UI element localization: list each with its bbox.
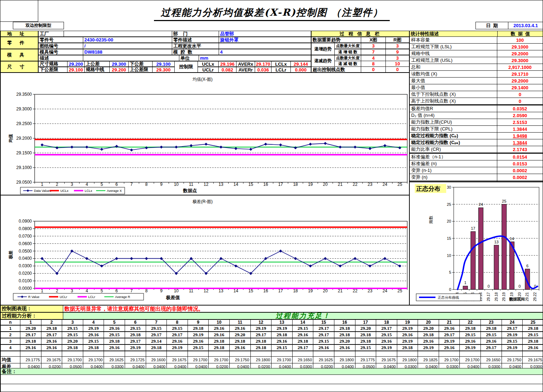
dec-maxlen-x: 4 <box>361 55 386 61</box>
table-cell <box>83 351 104 356</box>
table-cell: 29.15 <box>104 332 125 338</box>
svg-text:14: 14 <box>234 182 239 187</box>
stat-row: 标准偏差（n-1）0.0154 <box>410 153 543 160</box>
svg-text:0: 0 <box>519 284 521 288</box>
svg-text:21: 21 <box>338 182 343 187</box>
remark-row-1[interactable] <box>0 374 543 384</box>
table-cell <box>125 351 146 356</box>
stat-label: 能力指数下限 (CPL) <box>410 126 497 132</box>
inc-maxlen-x: 3 <box>361 43 386 49</box>
dim-spec-value[interactable]: 29.200 <box>67 61 85 67</box>
table-cell: 29.16 <box>523 344 543 351</box>
svg-text:29.1500: 29.1500 <box>16 150 32 155</box>
spec-mid-value[interactable]: 29.200 <box>109 67 129 73</box>
table-cell <box>397 351 418 356</box>
svg-text:LCLr: LCLr <box>88 295 95 299</box>
table-cell: 29.16 <box>104 344 125 351</box>
lower-lim-value[interactable]: 29.100 <box>67 67 85 73</box>
stat-row: 规格中线29.2000 <box>410 50 543 57</box>
table-cell: 29.19 <box>460 344 481 351</box>
svg-text:3: 3 <box>71 288 73 293</box>
stat-value: 29.2000 <box>497 50 543 57</box>
part-desc-value[interactable]: 旋钮外罩 <box>219 37 311 43</box>
table-cell: 29.18 <box>355 332 376 338</box>
svg-text:0.0900: 0.0900 <box>19 219 32 224</box>
svg-text:0.0100: 0.0100 <box>19 278 32 283</box>
table-cell <box>502 351 523 356</box>
svg-text:24: 24 <box>383 288 388 293</box>
table-cell: 29.18 <box>250 338 272 344</box>
out-of-control-x: 0 <box>361 66 386 73</box>
svg-text:7: 7 <box>130 288 133 293</box>
lclx-label: LCLx <box>271 61 291 67</box>
remark-row-2[interactable] <box>0 384 543 392</box>
dec-maxlen-label: 点数最大长度 <box>334 55 361 61</box>
table-cell: 9 <box>188 320 209 326</box>
lower-tol-label: 下公差 <box>128 61 153 67</box>
stat-value: 1.9498 <box>497 133 543 139</box>
svg-text:正态分布: 正态分布 <box>416 185 440 192</box>
svg-text:6: 6 <box>526 264 528 268</box>
table-cell: 29.20 <box>334 338 355 344</box>
table-cell: 1 <box>20 320 41 326</box>
svg-text:11: 11 <box>189 288 194 293</box>
table-cell: 29.18 <box>188 325 209 332</box>
chart-performance-text: 数据无明显异常，请注意观察其他可能出现的非随即情况。 <box>63 305 543 312</box>
table-cell: 29.1725 <box>125 356 146 363</box>
svg-text:29.0500: 29.0500 <box>16 180 32 185</box>
drawing-no-value[interactable]: / <box>83 43 172 49</box>
svg-text:9: 9 <box>160 288 163 293</box>
mold-desc-value[interactable] <box>83 55 179 61</box>
uclx-label: UCLx <box>198 61 219 67</box>
svg-text:1: 1 <box>464 281 467 285</box>
table-cell: 29.18 <box>460 325 481 332</box>
col-r-header: R图 <box>385 37 409 43</box>
table-cell: 29.16 <box>313 344 334 351</box>
table-cell: 29.15 <box>376 332 397 338</box>
lower-tol-value[interactable]: 29.100 <box>152 61 175 67</box>
table-cell: 22 <box>460 320 481 326</box>
svg-text:24: 24 <box>383 182 388 187</box>
part-no-value[interactable]: 2430-0235-00 <box>83 37 172 43</box>
stat-row: 能力比率 (CR)2.1743 <box>410 146 543 153</box>
table-cell <box>1 351 20 356</box>
stat-value: 29.1000 <box>497 44 543 50</box>
svg-text:13: 13 <box>219 182 224 187</box>
svg-text:29.1000: 29.1000 <box>16 165 32 170</box>
table-cell: 7 <box>146 320 167 326</box>
lower-lim-label: 下公差限 <box>38 67 68 73</box>
table-cell: 29.15 <box>272 344 293 351</box>
group-mold: 模 具 <box>0 49 38 61</box>
control-limit-type: 双边控制限型 <box>13 22 64 29</box>
remark-label[interactable]: 备注： <box>0 368 543 375</box>
factory-value[interactable] <box>64 31 172 37</box>
svg-text:25: 25 <box>502 199 506 203</box>
svg-text:Average X: Average X <box>107 189 122 193</box>
svg-text:6: 6 <box>115 288 118 293</box>
capability-analysis-label: 过程能力分析： <box>0 312 63 319</box>
eng-change-value[interactable] <box>219 43 311 49</box>
lclr-value: 0.000 <box>290 67 311 73</box>
out-of-control-label: 超出控制线点数 <box>311 66 361 73</box>
table-cell <box>209 351 230 356</box>
table-cell: 29.18 <box>83 344 104 351</box>
part-desc-label: 零件描述 <box>172 37 219 43</box>
table-cell: 29.19 <box>376 344 397 351</box>
table-cell <box>334 351 355 356</box>
table-cell: 29.18 <box>146 344 167 351</box>
table-cell: 4 <box>83 320 104 326</box>
table-cell: 29.18 <box>209 344 230 351</box>
upper-tol-value[interactable]: 29.300 <box>109 61 129 67</box>
svg-text:29.3000: 29.3000 <box>16 106 32 111</box>
dept-value[interactable]: 品管部 <box>219 31 311 37</box>
date-value: 2013.03.4.1 <box>508 22 543 29</box>
upper-lim-value[interactable]: 29.300 <box>152 67 175 73</box>
table-cell: 29.1675 <box>523 356 543 363</box>
svg-text:UCLx: UCLx <box>60 189 69 193</box>
table-cell: 29.16 <box>460 338 481 344</box>
table-cell: 29.18 <box>125 332 146 338</box>
mold-no-value[interactable]: DW8188 <box>83 49 172 55</box>
stat-row: 样本容量100 <box>410 37 543 44</box>
unit-value[interactable]: mm <box>199 55 311 61</box>
cavity-value[interactable]: 4 <box>219 49 311 55</box>
